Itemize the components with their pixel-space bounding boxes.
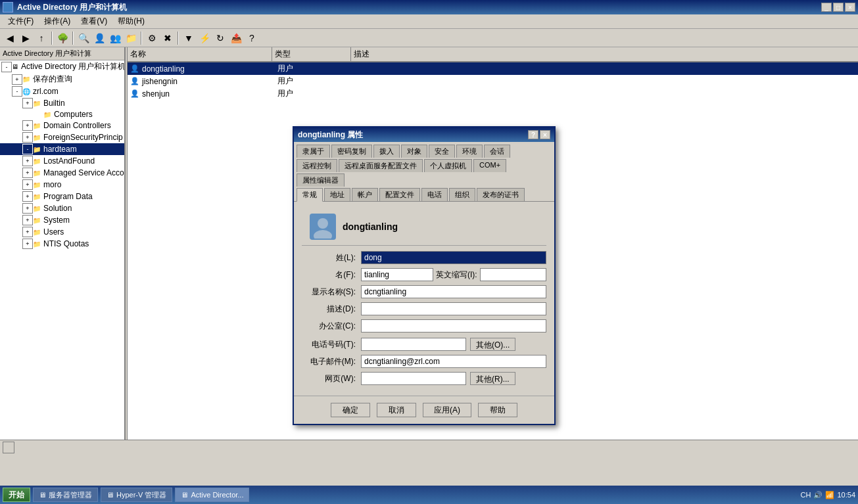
tree-item-lost[interactable]: + 📁 LostAndFound [0,155,124,167]
tab-address[interactable]: 地址 [324,188,350,201]
apply-button[interactable]: 应用(A) [423,403,471,417]
help-toolbar-button[interactable]: ? [245,31,259,45]
cancel-button[interactable]: 取消 [377,403,416,417]
input-phone[interactable] [361,338,466,351]
list-item-2[interactable]: 👤 shenjun 用户 [128,87,858,100]
tree-item-saved-queries[interactable]: + 📁 保存的查询 [0,73,124,85]
tab-published-certs[interactable]: 发布的证书 [477,188,525,201]
tab-account[interactable]: 帐户 [352,188,378,201]
tree-item-domain[interactable]: - 🌐 zrl.com [0,85,124,97]
expand-managed[interactable]: + [22,168,33,178]
ok-button[interactable]: 确定 [331,403,370,417]
up-button[interactable]: ↑ [34,31,49,45]
expand-foreign[interactable]: + [22,132,33,143]
list-item-1[interactable]: 👤 jishengnin 用户 [128,75,858,87]
tree-item-computers[interactable]: 📁 Computers [0,109,124,120]
tab-org[interactable]: 组织 [449,188,475,201]
tree-item-root[interactable]: - 🖥 Active Directory 用户和计算机 [0,60,124,73]
taskbar-item-1[interactable]: 🖥 Hyper-V 管理器 [101,488,172,502]
tree-item-system[interactable]: + 📁 System [0,214,124,226]
expand-ntis[interactable]: + [22,239,33,249]
tree-item-moro[interactable]: + 📁 moro [0,179,124,191]
tree-item-progdata[interactable]: + 📁 Program Data [0,191,124,202]
tab-general[interactable]: 常规 [297,188,323,202]
input-office[interactable] [361,319,546,332]
expand-dc[interactable]: + [22,120,33,131]
forward-button[interactable]: ▶ [18,31,33,45]
menu-action[interactable]: 操作(A) [39,14,76,28]
find-button[interactable]: 🔍 [76,31,91,45]
tree-item-managed[interactable]: + 📁 Managed Service Accour [0,167,124,179]
show-tree-button[interactable]: 🌳 [55,31,70,45]
tab-remote-control[interactable]: 远程控制 [297,159,337,172]
dialog-help-button[interactable]: ? [528,130,538,139]
create-user-button[interactable]: 👤 [92,31,107,45]
tree-item-users[interactable]: + 📁 Users [0,226,124,238]
input-firstname[interactable] [361,268,433,281]
phone-other-button[interactable]: 其他(O)... [470,338,515,351]
tree-container[interactable]: - 🖥 Active Directory 用户和计算机 + 📁 保存的查询 - … [0,60,124,438]
expand-moro[interactable]: + [22,179,33,190]
filter-options-button[interactable]: ⚡ [197,31,212,45]
expand-saved[interactable]: + [12,74,22,85]
input-email[interactable] [361,355,546,368]
filter-button[interactable]: ▼ [181,31,196,45]
col-header-name[interactable]: 名称 [128,47,272,61]
tree-item-builtin[interactable]: + 📁 Builtin [0,97,124,109]
tab-security[interactable]: 安全 [429,145,455,158]
tree-item-solution[interactable]: + 📁 Solution [0,202,124,214]
tree-item-hardteam[interactable]: - 📁 hardteam [0,143,124,155]
input-abbrev[interactable] [480,268,546,281]
col-header-desc[interactable]: 描述 [351,47,858,61]
col-header-type[interactable]: 类型 [272,47,351,61]
tab-session[interactable]: 会话 [484,145,510,158]
tree-item-ntis[interactable]: + 📁 NTIS Quotas [0,238,124,250]
expand-system[interactable]: + [22,215,33,225]
menu-view[interactable]: 查看(V) [76,14,112,28]
expand-domain[interactable]: - [12,86,22,97]
input-web[interactable] [361,372,466,385]
input-desc[interactable] [361,302,546,315]
list-item-0[interactable]: 👤 dongtianling 用户 [128,62,858,75]
tab-password-replication[interactable]: 密码复制 [331,145,372,158]
help-button[interactable]: 帮助 [478,403,517,417]
input-displayname[interactable] [361,285,546,298]
tab-environment[interactable]: 环境 [456,145,483,158]
start-button[interactable]: 开始 [3,488,30,502]
expand-root[interactable]: - [1,62,12,72]
expand-solution[interactable]: + [22,203,33,214]
expand-builtin[interactable]: + [22,98,33,108]
tab-phone[interactable]: 电话 [421,188,448,201]
expand-hardteam[interactable]: - [22,144,33,154]
expand-users[interactable]: + [22,227,33,237]
expand-lost[interactable]: + [22,156,33,166]
menu-file[interactable]: 文件(F) [3,14,39,28]
tab-membership[interactable]: 隶属于 [297,145,330,158]
taskbar-item-0[interactable]: 🖥 服务器管理器 [33,488,98,502]
export-button[interactable]: 📤 [229,31,243,45]
tab-dialin[interactable]: 拨入 [373,145,400,158]
close-button[interactable]: × [845,3,855,12]
tab-attr-editor[interactable]: 属性编辑器 [297,173,345,187]
delete-button[interactable]: ✖ [160,31,175,45]
taskbar-item-2[interactable]: 🖥 Active Director... [175,488,249,502]
minimize-button[interactable]: _ [821,3,832,12]
refresh-button[interactable]: ↻ [213,31,227,45]
dialog-close-button[interactable]: × [540,130,550,139]
tab-object[interactable]: 对象 [401,145,427,158]
web-other-button[interactable]: 其他(R)... [470,372,515,385]
tab-personal-vm[interactable]: 个人虚拟机 [424,159,472,172]
create-ou-button[interactable]: 📁 [124,31,138,45]
properties-button[interactable]: ⚙ [145,31,159,45]
tree-item-dc[interactable]: + 📁 Domain Controllers [0,120,124,131]
create-group-button[interactable]: 👥 [108,31,122,45]
expand-progdata[interactable]: + [22,191,33,202]
tab-rdp-config[interactable]: 远程桌面服务配置文件 [339,159,423,172]
back-button[interactable]: ◀ [3,31,17,45]
menu-help[interactable]: 帮助(H) [112,14,150,28]
tab-com[interactable]: COM+ [473,159,506,172]
tab-profile[interactable]: 配置文件 [379,188,420,201]
tree-item-foreign[interactable]: + 📁 ForeignSecurityPrincip [0,131,124,143]
maximize-button[interactable]: □ [833,3,844,12]
input-lastname[interactable] [361,251,546,264]
